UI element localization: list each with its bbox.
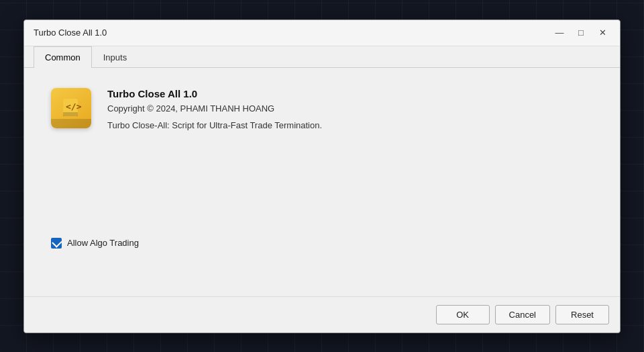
script-icon: </> [51,88,91,128]
code-icon: </> [60,97,82,119]
tab-content-common: </> Turbo Close All 1.0 Copyright © 2024… [24,68,620,296]
script-description: Turbo Close-All: Script for Ultra-Fast T… [107,120,322,130]
tab-common[interactable]: Common [34,46,92,68]
close-button[interactable]: ✕ [593,26,612,40]
minimize-button[interactable]: — [550,26,569,40]
maximize-button[interactable]: □ [572,26,590,40]
dialog-footer: OK Cancel Reset [24,296,620,333]
script-info: </> Turbo Close All 1.0 Copyright © 2024… [51,88,593,130]
algo-trading-label[interactable]: Allow Algo Trading [67,238,139,248]
reset-button[interactable]: Reset [555,305,609,324]
titlebar-title: Turbo Close All 1.0 [34,28,107,38]
algo-trading-section: Allow Algo Trading [51,238,593,249]
titlebar: Turbo Close All 1.0 — □ ✕ [24,20,620,46]
svg-rect-1 [63,112,78,116]
cancel-button[interactable]: Cancel [495,305,550,324]
svg-text:</>: </> [66,101,82,112]
script-details: Turbo Close All 1.0 Copyright © 2024, PH… [107,88,322,130]
script-name: Turbo Close All 1.0 [107,88,322,99]
algo-trading-checkbox[interactable] [51,238,62,249]
titlebar-controls: — □ ✕ [550,26,612,40]
ok-button[interactable]: OK [436,305,490,324]
dialog-window: Turbo Close All 1.0 — □ ✕ Common Inputs [23,19,621,333]
script-copyright: Copyright © 2024, PHAMI THANH HOANG [107,103,322,114]
tab-inputs[interactable]: Inputs [92,46,138,68]
tabs-bar: Common Inputs [24,46,620,68]
